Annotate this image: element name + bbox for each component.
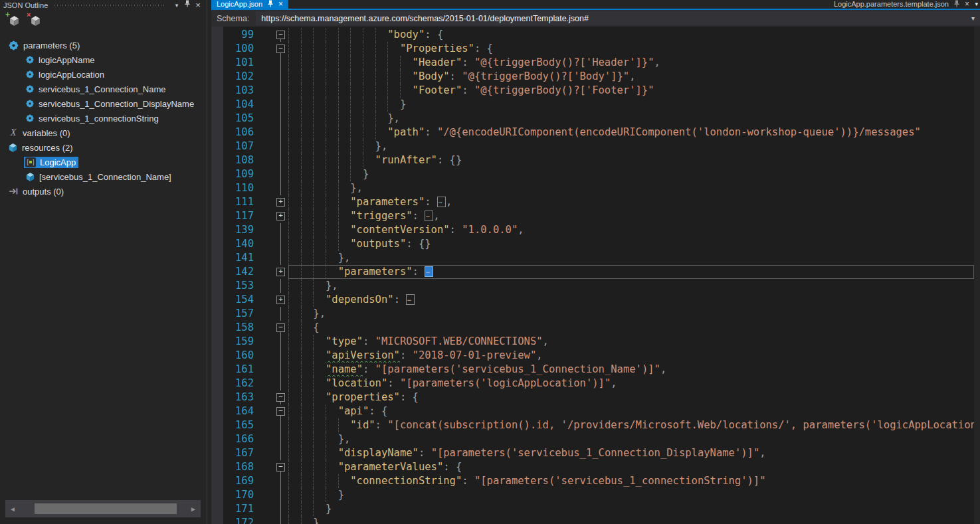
indicator-margin[interactable] xyxy=(211,27,223,524)
code-text[interactable]: "Properties": { xyxy=(288,42,974,56)
code-text[interactable]: }, xyxy=(288,112,974,126)
code-text[interactable]: } xyxy=(288,502,974,516)
tree-item-servicebus-1-connectionstring[interactable]: servicebus_1_connectionString xyxy=(0,111,207,126)
code-text[interactable]: { xyxy=(288,321,974,335)
code-text[interactable]: "connectionString": "[parameters('servic… xyxy=(288,474,974,488)
code-line-139[interactable]: 139"contentVersion": "1.0.0.0", xyxy=(223,223,974,237)
code-text[interactable]: "location": "[parameters('logicAppLocati… xyxy=(288,377,974,391)
delete-resource-cube-button[interactable]: × xyxy=(28,13,41,27)
fold-expand-box[interactable]: + xyxy=(276,268,285,276)
tree-item-servicebus-1-connection-displayname[interactable]: servicebus_1_Connection_DisplayName xyxy=(0,96,207,111)
scroll-left-arrow-icon[interactable]: ◄ xyxy=(8,505,17,513)
code-text[interactable]: }, xyxy=(288,307,974,321)
code-text[interactable]: "Footer": "@{triggerBody()?['Footer']}" xyxy=(288,84,974,98)
editor-vscrollbar[interactable] xyxy=(974,27,980,524)
code-text[interactable]: "path": "/@{encodeURIComponent(encodeURI… xyxy=(288,126,974,139)
collapsed-region-box[interactable] xyxy=(437,197,446,207)
code-line-111[interactable]: 111+"parameters": , xyxy=(223,195,974,209)
code-text[interactable]: "runAfter": {} xyxy=(288,153,974,167)
close-icon[interactable]: × xyxy=(278,1,283,8)
code-line-167[interactable]: 167"displayName": "[parameters('serviceb… xyxy=(223,446,974,460)
code-line-158[interactable]: 158−{ xyxy=(223,321,974,335)
code-line-142[interactable]: 142+"parameters": xyxy=(223,265,974,279)
code-text[interactable]: "api": { xyxy=(288,404,974,418)
code-line-102[interactable]: 102"Body": "@{triggerBody()?['Body']}", xyxy=(223,70,974,84)
code-line-104[interactable]: 104} xyxy=(223,98,974,112)
fold-expand-box[interactable]: + xyxy=(276,212,285,220)
code-line-108[interactable]: 108"runAfter": {} xyxy=(223,153,974,167)
code-line-170[interactable]: 170} xyxy=(223,488,974,502)
fold-expand-box[interactable]: + xyxy=(276,198,285,207)
fold-collapse-box[interactable]: − xyxy=(276,463,285,472)
fold-margin[interactable]: + xyxy=(258,209,288,223)
fold-margin[interactable]: − xyxy=(258,42,288,56)
code-line-101[interactable]: 101"Header": "@{triggerBody()?['Header']… xyxy=(223,56,974,70)
code-text[interactable]: "type": "MICROSOFT.WEB/CONNECTIONS", xyxy=(288,335,974,349)
code-line-154[interactable]: 154+"dependsOn": xyxy=(223,293,974,307)
code-text[interactable]: "apiVersion": "2018-07-01-preview", xyxy=(288,349,974,363)
code-text[interactable]: }, xyxy=(288,139,974,153)
fold-collapse-box[interactable]: − xyxy=(276,393,285,402)
code-line-140[interactable]: 140"outputs": {} xyxy=(223,237,974,251)
code-line-166[interactable]: 166}, xyxy=(223,432,974,446)
code-line-109[interactable]: 109} xyxy=(223,167,974,181)
scrollbar-thumb[interactable] xyxy=(35,503,177,514)
pin-icon[interactable] xyxy=(953,0,960,9)
tab-logicapp-json[interactable]: LogicApp.json × xyxy=(211,0,288,9)
code-text[interactable]: "displayName": "[parameters('servicebus_… xyxy=(288,446,974,460)
code-line-141[interactable]: 141}, xyxy=(223,251,974,265)
code-text[interactable]: "parameterValues": { xyxy=(288,460,974,474)
tree-item-resources-2[interactable]: resources (2) xyxy=(0,140,207,155)
code-text[interactable]: "properties": { xyxy=(288,391,974,404)
code-text[interactable]: "Body": "@{triggerBody()?['Body']}", xyxy=(288,70,974,84)
code-line-106[interactable]: 106"path": "/@{encodeURIComponent(encode… xyxy=(223,126,974,139)
code-text[interactable]: "parameters": xyxy=(288,265,974,279)
code-text[interactable]: }, xyxy=(288,181,974,195)
fold-collapse-box[interactable]: − xyxy=(276,44,285,53)
close-icon[interactable]: × xyxy=(965,1,969,8)
code-text[interactable]: "parameters": , xyxy=(288,195,974,209)
code-line-169[interactable]: 169"connectionString": "[parameters('ser… xyxy=(223,474,974,488)
code-line-107[interactable]: 107}, xyxy=(223,139,974,153)
code-text[interactable]: } xyxy=(288,488,974,502)
code-text[interactable]: "outputs": {} xyxy=(288,237,974,251)
collapsed-region-box[interactable] xyxy=(425,211,433,221)
code-line-165[interactable]: 165"id": "[concat(subscription().id, '/p… xyxy=(223,418,974,432)
code-line-99[interactable]: 99−"body": { xyxy=(223,28,974,42)
collapsed-region-box[interactable] xyxy=(406,294,415,305)
code-text[interactable]: "name": "[parameters('servicebus_1_Conne… xyxy=(288,363,974,377)
code-line-164[interactable]: 164−"api": { xyxy=(223,404,974,418)
collapsed-region-box-selected[interactable] xyxy=(425,266,433,277)
code-line-163[interactable]: 163−"properties": { xyxy=(223,391,974,404)
add-resource-cube-button[interactable]: + xyxy=(7,13,20,27)
fold-margin[interactable]: − xyxy=(258,404,288,418)
pin-icon[interactable] xyxy=(182,0,193,10)
code-editor[interactable]: 99−"body": {100−"Properties": {101"Heade… xyxy=(223,27,974,524)
code-text[interactable]: "body": { xyxy=(288,28,974,42)
code-text[interactable]: } xyxy=(288,98,974,112)
tree-item-servicebus-1-connection-name[interactable]: [servicebus_1_Connection_Name] xyxy=(0,169,207,184)
scroll-right-arrow-icon[interactable]: ► xyxy=(189,505,198,513)
scrollbar-track[interactable] xyxy=(17,503,189,515)
pin-icon[interactable] xyxy=(267,0,274,9)
tree-item-variables-0[interactable]: Xvariables (0) xyxy=(0,126,207,140)
code-text[interactable]: "id": "[concat(subscription().id, '/prov… xyxy=(288,418,974,432)
code-line-110[interactable]: 110}, xyxy=(223,181,974,195)
code-text[interactable]: "dependsOn": xyxy=(288,293,974,307)
schema-combobox[interactable]: https://schema.management.azure.com/sche… xyxy=(256,11,980,25)
code-line-117[interactable]: 117+"triggers": , xyxy=(223,209,974,223)
code-line-171[interactable]: 171} xyxy=(223,502,974,516)
code-line-157[interactable]: 157}, xyxy=(223,307,974,321)
fold-margin[interactable]: + xyxy=(258,265,288,279)
code-line-161[interactable]: 161"name": "[parameters('servicebus_1_Co… xyxy=(223,363,974,377)
code-text[interactable]: }, xyxy=(288,432,974,446)
fold-margin[interactable]: + xyxy=(258,195,288,209)
fold-margin[interactable]: − xyxy=(258,28,288,42)
code-line-100[interactable]: 100−"Properties": { xyxy=(223,42,974,56)
tree-item-logicappname[interactable]: logicAppName xyxy=(0,52,207,67)
fold-collapse-box[interactable]: − xyxy=(276,323,285,332)
fold-margin[interactable]: − xyxy=(258,391,288,404)
chevron-down-icon[interactable]: ▾ xyxy=(171,1,182,10)
outline-hscrollbar[interactable]: ◄ ► xyxy=(5,500,201,517)
tree-item-parameters-5[interactable]: parameters (5) xyxy=(0,38,207,52)
